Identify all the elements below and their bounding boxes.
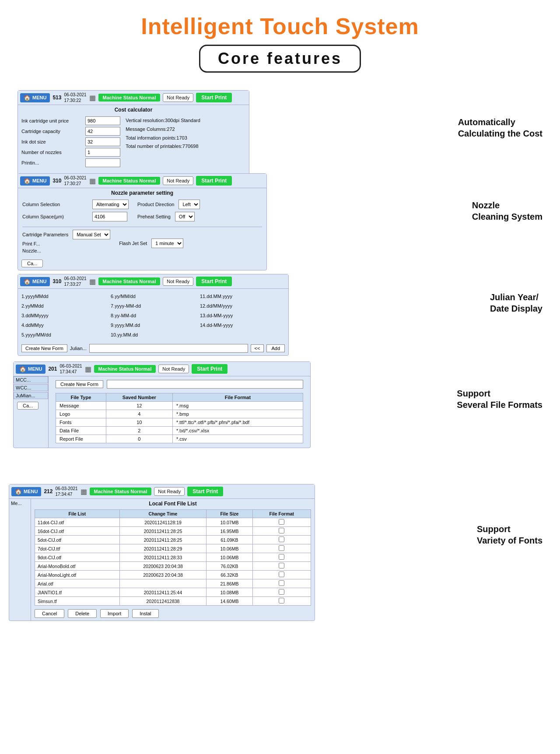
col-selection-select[interactable]: Alternating [92,200,129,209]
not-ready-p3: Not Ready [163,277,193,286]
left-item-mcc: MCC... [14,376,48,383]
date-text-input[interactable] [89,344,248,353]
home-icon-p1: 🏠 [24,95,31,101]
menu-button-p4[interactable]: 🏠 MENU [16,365,46,374]
cartridge-section: Cartridge Parameters Manual Set Print F.… [22,227,262,255]
num-nozzles-input[interactable] [85,148,120,157]
file-table-wrap: File Type Saved Number File Format Messa… [52,390,307,446]
field-row-ink-price: Ink cartridge unit price [21,116,121,125]
start-print-p2[interactable]: Start Print [196,176,232,186]
font-checkbox[interactable] [279,589,284,595]
create-form-btn-p4[interactable]: Create New Form [56,380,103,388]
field-row-nozzles: Number of nozzles [21,148,121,157]
flash-jet-select[interactable]: 1 minute [151,238,183,248]
product-dir-select[interactable]: Left [178,200,200,209]
start-print-p5[interactable]: Start Print [187,487,223,496]
nozzle-left-col: Column Selection Alternating Column Spac… [22,200,129,224]
font-checkbox[interactable] [279,528,284,533]
barcode-icon-p4: ▦ [85,365,91,373]
panel4-ca-btn[interactable]: Ca... [17,402,38,410]
vert-res-info: Vertical resolution:300dpi Standard [126,116,245,125]
panel4-left-footer: Ca... [14,400,48,411]
status-normal-p2: Machine Status Normal [98,177,161,185]
start-print-p1[interactable]: Start Print [196,93,232,102]
panel-cost-calculator: 🏠 MENU 513 06-03-2021 17:30:22 ▦ Machine… [18,90,249,184]
status-normal-p5: Machine Status Normal [90,487,152,495]
font-checkbox[interactable] [279,572,284,577]
printing-input[interactable] [85,158,120,167]
panel5-datetime: 06-03-2021 17:34:47 [55,486,77,497]
preheat-select[interactable]: Off [175,212,195,221]
cartridge-params-select[interactable]: Manual Set [73,230,110,239]
font-checkbox[interactable] [279,554,284,560]
file-type-header: File Type [56,393,106,402]
create-form-btn-p3[interactable]: Create New Form [21,344,67,352]
nozzle-right-col: Product Direction Left Preheat Setting O… [137,200,200,224]
panel3-datetime: 06-03-2021 17:33:27 [64,276,86,287]
menu-label-p3: MENU [32,279,46,284]
not-ready-p1: Not Ready [163,93,193,102]
cc-btn[interactable]: << [251,344,264,352]
side-label-nozzle: NozzleCleaning System [472,200,542,222]
import-btn[interactable]: Import [100,609,129,618]
font-checkbox[interactable] [279,519,284,525]
field-row-dot-size: Ink dot size [21,137,121,146]
table-row: Report File 0 *.csv [56,435,303,443]
left-item-jumian: JuMian... [14,392,48,399]
add-btn[interactable]: Add [266,344,285,352]
file-formats-table: File Type Saved Number File Format Messa… [56,393,303,443]
nozzle-ca-btn[interactable]: Ca... [21,260,43,267]
panel4-body: MCC... WCC... JuMian... Ca... Create New… [14,376,310,448]
font-footer: Cancel Delete Import Instal [31,607,315,621]
ink-price-input[interactable] [85,116,120,125]
table-row: JIANTIO1.tf 2020112411:25:44 10.08MB [35,588,311,597]
panel4-left-list: MCC... WCC... JuMian... Ca... [14,376,49,448]
total-printables: Total number of printables:770698 [126,142,245,151]
panel2-section-title: Nozzle parameter setting [18,188,266,197]
cartridge-params-row: Cartridge Parameters Manual Set Print F.… [22,230,262,255]
file-format-header: File Format [173,393,303,402]
table-row: Arial-MonoBold.otf 20200623 20:04:38 76.… [35,562,311,571]
barcode-icon-p2: ▦ [89,177,96,185]
panel2-num: 310 [52,178,61,184]
panel1-num: 513 [52,95,61,101]
font-checkbox[interactable] [279,580,284,586]
table-row: Message 12 *.msg [56,402,303,410]
not-ready-p4: Not Ready [158,365,189,373]
cartridge-capacity-input[interactable] [85,127,120,136]
field-row-printing: Printin... [21,158,121,167]
form-name-input[interactable] [107,380,303,389]
menu-button-p1[interactable]: 🏠 MENU [20,93,50,102]
delete-btn[interactable]: Delete [68,609,97,618]
menu-button-p2[interactable]: 🏠 MENU [20,176,50,186]
font-checkbox[interactable] [279,563,284,568]
home-icon-p3: 🏠 [24,278,31,285]
menu-button-p5[interactable]: 🏠 MENU [11,487,41,496]
panel-file-formats: 🏠 MENU 201 06-03-2021 17:34:47 ▦ Machine… [13,361,311,448]
font-list-table: File List Change Time File Size File For… [35,509,311,606]
preheat-row: Preheat Setting Off [137,212,200,221]
font-checkbox[interactable] [279,545,284,551]
install-btn[interactable]: Instal [132,609,158,618]
panel5-body: Me... Local Font File List File List Cha… [9,499,315,621]
cancel-btn[interactable]: Cancel [35,609,64,618]
ink-dot-size-input[interactable] [85,137,120,146]
main-title: Intelligent Touch System [0,13,560,39]
status-normal-p4: Machine Status Normal [94,365,156,373]
menu-button-p3[interactable]: 🏠 MENU [20,277,50,286]
side-label-cost: AutomaticallyCalculating the Cost [458,116,542,139]
me-label: Me... [11,501,21,506]
col-space-input[interactable] [92,212,127,221]
panel2-footer: Ca... [18,258,266,270]
start-print-p3[interactable]: Start Print [196,277,232,286]
change-time-header: Change Time [119,510,206,518]
barcode-icon-p3: ▦ [89,277,96,286]
start-print-p4[interactable]: Start Print [192,364,228,374]
font-checkbox[interactable] [279,537,284,542]
date-col1: 1.yyyyMMdd 2.yyMMdd 3.ddMMyyyy 4.ddMMyy … [21,291,106,340]
side-label-julian: Julian Year/Date Display [490,291,542,314]
font-checkbox[interactable] [279,598,284,603]
file-size-header: File Size [206,510,252,518]
date-col2: 6.yy/MM/dd 7.yyyy-MM-dd 8.yy-MM-dd 9.yyy… [111,291,196,340]
panel2-body: Column Selection Alternating Column Spac… [18,197,266,258]
